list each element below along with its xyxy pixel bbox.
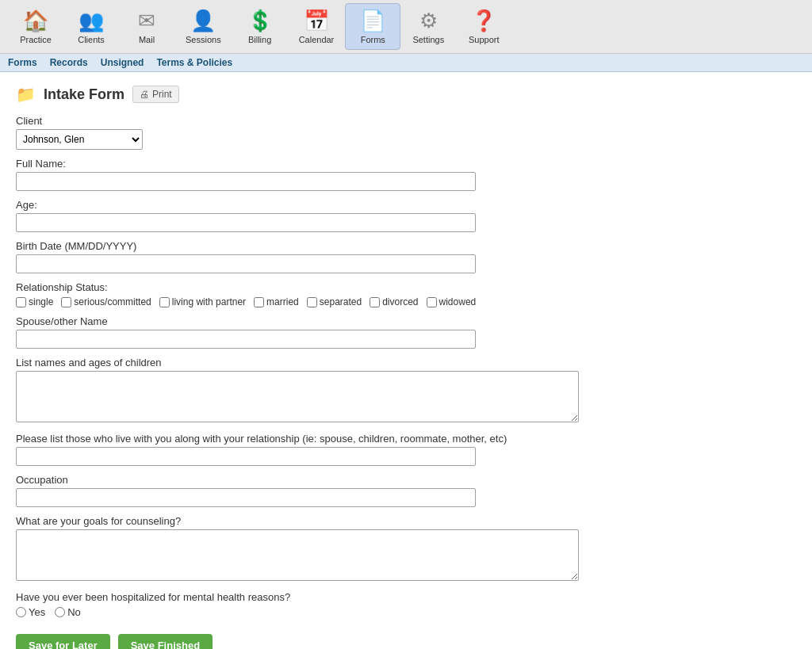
nav-forms-label: Forms (361, 35, 385, 44)
checkbox-living-with-partner[interactable]: living with partner (159, 296, 246, 307)
checkbox-divorced[interactable]: divorced (370, 296, 418, 307)
goals-label: What are your goals for counseling? (16, 515, 619, 527)
checkbox-married[interactable]: married (254, 296, 299, 307)
checkbox-separated[interactable]: separated (307, 296, 362, 307)
checkbox-single[interactable]: single (16, 296, 53, 307)
nav-sessions-label: Sessions (186, 35, 221, 44)
relationship-options-row: single serious/committed living with par… (16, 296, 619, 307)
children-textarea[interactable] (16, 371, 579, 422)
hospitalized-label: Have you ever been hospitalized for ment… (16, 591, 619, 603)
lives-with-input[interactable] (16, 447, 476, 466)
practice-icon: 🏠 (23, 9, 48, 33)
radio-no-input[interactable] (55, 607, 65, 617)
mail-icon: ✉ (138, 9, 155, 33)
checkbox-single-label: single (29, 296, 53, 307)
radio-yes-input[interactable] (16, 607, 26, 617)
radio-yes[interactable]: Yes (16, 606, 45, 618)
subnav-forms[interactable]: Forms (8, 57, 37, 68)
children-label: List names and ages of children (16, 357, 619, 368)
button-row: Save for Later Save Finished (16, 634, 619, 649)
checkbox-widowed-label: widowed (439, 296, 477, 307)
page-title-row: 📁 Intake Form 🖨 Print (16, 85, 619, 104)
radio-yes-label: Yes (29, 606, 45, 618)
nav-settings[interactable]: ⚙ Settings (400, 4, 456, 49)
nav-calendar[interactable]: 📅 Calendar (288, 4, 346, 49)
spouse-name-label: Spouse/other Name (16, 315, 619, 327)
full-name-label: Full Name: (16, 158, 619, 170)
client-label: Client (16, 115, 619, 127)
folder-icon: 📁 (16, 85, 36, 104)
nav-practice[interactable]: 🏠 Practice (8, 4, 63, 49)
checkbox-divorced-label: divorced (382, 296, 418, 307)
occupation-label: Occupation (16, 474, 619, 486)
checkbox-serious-committed-input[interactable] (61, 297, 71, 307)
clients-icon: 👥 (79, 9, 104, 33)
full-name-input[interactable] (16, 172, 476, 191)
goals-textarea[interactable] (16, 529, 579, 581)
age-label: Age: (16, 199, 619, 211)
nav-billing-label: Billing (248, 35, 271, 44)
checkbox-married-label: married (266, 296, 299, 307)
client-select[interactable]: Johnson, Glen (16, 129, 143, 150)
support-icon: ❓ (471, 9, 496, 33)
nav-forms[interactable]: 📄 Forms (345, 3, 400, 50)
page-title: Intake Form (44, 86, 124, 103)
checkbox-serious-committed[interactable]: serious/committed (61, 296, 151, 307)
relationship-status-label: Relationship Status: (16, 281, 619, 293)
top-navigation: 🏠 Practice 👥 Clients ✉ Mail 👤 Sessions 💲… (0, 0, 812, 54)
checkbox-divorced-input[interactable] (370, 297, 380, 307)
nav-calendar-label: Calendar (299, 35, 335, 44)
sub-navigation: Forms Records Unsigned Terms & Policies (0, 54, 812, 72)
children-section: List names and ages of children (16, 357, 619, 425)
sessions-icon: 👤 (190, 9, 216, 33)
checkbox-single-input[interactable] (16, 297, 26, 307)
printer-icon: 🖨 (140, 89, 149, 100)
save-finished-button[interactable]: Save Finished (118, 634, 213, 649)
save-later-button[interactable]: Save for Later (16, 634, 110, 649)
spouse-name-input[interactable] (16, 330, 476, 349)
birth-date-input[interactable] (16, 254, 476, 273)
nav-support[interactable]: ❓ Support (456, 4, 511, 49)
hospitalized-radio-row: Yes No (16, 606, 619, 618)
billing-icon: 💲 (247, 9, 273, 33)
radio-no[interactable]: No (55, 606, 81, 618)
age-section: Age: (16, 199, 619, 232)
nav-clients-label: Clients (78, 35, 105, 44)
calendar-icon: 📅 (304, 9, 329, 33)
checkbox-living-with-partner-label: living with partner (172, 296, 246, 307)
client-section: Client Johnson, Glen (16, 115, 619, 150)
nav-mail[interactable]: ✉ Mail (119, 4, 174, 49)
print-label: Print (152, 89, 172, 100)
checkbox-serious-committed-label: serious/committed (74, 296, 151, 307)
nav-billing[interactable]: 💲 Billing (232, 4, 288, 49)
nav-clients[interactable]: 👥 Clients (63, 4, 119, 49)
occupation-section: Occupation (16, 474, 619, 507)
age-input[interactable] (16, 213, 476, 232)
checkbox-living-with-partner-input[interactable] (159, 297, 170, 307)
goals-section: What are your goals for counseling? (16, 515, 619, 583)
checkbox-widowed[interactable]: widowed (427, 296, 477, 307)
checkbox-widowed-input[interactable] (427, 297, 437, 307)
nav-mail-label: Mail (139, 35, 155, 44)
nav-sessions[interactable]: 👤 Sessions (174, 4, 232, 49)
birth-date-label: Birth Date (MM/DD/YYYY) (16, 240, 619, 252)
spouse-name-section: Spouse/other Name (16, 315, 619, 349)
full-name-section: Full Name: (16, 158, 619, 191)
nav-settings-label: Settings (412, 35, 444, 44)
relationship-status-section: Relationship Status: single serious/comm… (16, 281, 619, 307)
subnav-unsigned[interactable]: Unsigned (101, 57, 144, 68)
checkbox-separated-input[interactable] (307, 297, 317, 307)
birth-date-section: Birth Date (MM/DD/YYYY) (16, 240, 619, 273)
forms-icon: 📄 (360, 9, 385, 33)
occupation-input[interactable] (16, 488, 476, 507)
subnav-terms-policies[interactable]: Terms & Policies (156, 57, 232, 68)
nav-practice-label: Practice (20, 35, 52, 44)
subnav-records[interactable]: Records (50, 57, 88, 68)
checkbox-separated-label: separated (320, 296, 362, 307)
hospitalized-section: Have you ever been hospitalized for ment… (16, 591, 619, 618)
main-content: 📁 Intake Form 🖨 Print Client Johnson, Gl… (0, 72, 634, 649)
checkbox-married-input[interactable] (254, 297, 264, 307)
print-button[interactable]: 🖨 Print (132, 86, 179, 103)
lives-with-section: Please list those who live with you alon… (16, 433, 619, 466)
lives-with-label: Please list those who live with you alon… (16, 433, 619, 445)
